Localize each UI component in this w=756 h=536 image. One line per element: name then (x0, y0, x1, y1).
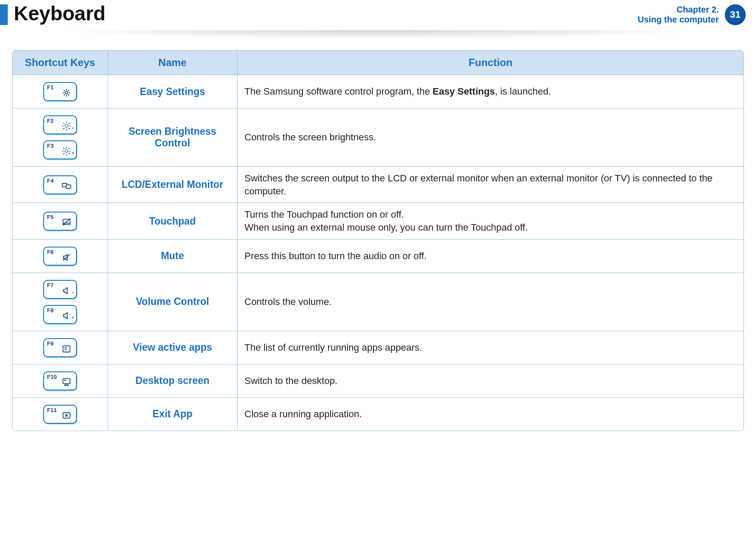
keycap: F10 (43, 371, 77, 390)
keycap: F3 + (43, 140, 77, 159)
table-row: F6 Mute Press this button to turn the au… (13, 239, 743, 273)
cell-shortcut: F7 – F8 + (13, 273, 108, 331)
cell-name: Mute (108, 239, 237, 273)
table-header-row: Shortcut Keys Name Function (13, 51, 743, 75)
keycap: F4 (43, 175, 77, 194)
close-app-icon (61, 411, 73, 421)
keycap: F1 (43, 82, 77, 101)
cell-shortcut: F10 (13, 364, 108, 397)
gear-icon (61, 88, 73, 98)
key-label: F5 (47, 214, 54, 220)
cell-name: Exit App (108, 397, 237, 431)
svg-text:+: + (72, 314, 73, 321)
cell-name: Easy Settings (108, 75, 237, 108)
touchpad-off-icon (61, 218, 73, 228)
svg-text:–: – (72, 289, 73, 296)
table-row: F2 – F3 + Screen Brightness Control Cont… (13, 108, 743, 167)
shortcut-table: Shortcut Keys Name Function F1 Easy Sett… (13, 51, 743, 431)
cell-name: Screen Brightness Control (108, 108, 237, 167)
key-label: F3 (47, 143, 54, 149)
keycap: F7 – (43, 280, 77, 299)
page-header: Keyboard Chapter 2. Using the computer 3… (0, 0, 756, 30)
svg-text:+: + (72, 149, 73, 156)
keycap-stack: F1 (17, 82, 103, 101)
cell-function: Switch to the desktop. (237, 364, 743, 397)
keycap: F8 + (43, 305, 77, 324)
chapter-line-1: Chapter 2. (638, 5, 719, 15)
display-switch-icon (61, 181, 73, 192)
keycap: F9 (43, 338, 77, 357)
mute-icon (61, 253, 73, 263)
volume-up-icon: + (61, 311, 73, 321)
chapter-label: Chapter 2. Using the computer (638, 5, 719, 25)
cell-shortcut: F11 (13, 397, 108, 431)
cell-function: Controls the screen brightness. (237, 108, 743, 167)
cell-shortcut: F2 – F3 + (13, 108, 108, 167)
cell-function: Press this button to turn the audio on o… (237, 239, 743, 273)
desktop-icon (61, 377, 73, 388)
key-label: F7 (47, 282, 54, 289)
keycap-stack: F10 (17, 371, 103, 390)
cell-function: The list of currently running apps appea… (237, 331, 743, 364)
keycap: F6 (43, 247, 77, 266)
table-row: F5 Touchpad Turns the Touchpad function … (13, 203, 743, 239)
section-tab (0, 4, 8, 25)
key-label: F9 (47, 340, 54, 347)
cell-function: Close a running application. (237, 397, 743, 431)
col-header-name: Name (108, 51, 237, 75)
col-header-function: Function (237, 51, 743, 75)
keycap-stack: F11 (17, 405, 103, 424)
header-shadow (4, 30, 752, 42)
keycap: F11 (43, 405, 77, 424)
volume-down-icon: – (61, 286, 73, 296)
table-row: F1 Easy Settings The Samsung software co… (13, 75, 743, 108)
table-row: F11 Exit App Close a running application… (13, 397, 743, 431)
table-row: F4 LCD/External Monitor Switches the scr… (13, 167, 743, 203)
page-number-badge: 31 (725, 4, 746, 25)
cell-function: The Samsung software control program, th… (237, 75, 743, 108)
key-label: F10 (47, 374, 57, 380)
header-right: Chapter 2. Using the computer 31 (638, 4, 746, 25)
brightness-up-icon: + (61, 146, 73, 157)
keycap-stack: F7 – F8 + (17, 280, 103, 324)
keycap: F5 (43, 212, 77, 231)
table-row: F9 View active apps The list of currentl… (13, 331, 743, 364)
cell-shortcut: F5 (13, 203, 108, 239)
key-label: F11 (47, 407, 57, 413)
cell-shortcut: F9 (13, 331, 108, 364)
keycap-stack: F6 (17, 247, 103, 266)
keycap-stack: F5 (17, 212, 103, 231)
cell-shortcut: F4 (13, 167, 108, 203)
cell-name: View active apps (108, 331, 237, 364)
cell-name: LCD/External Monitor (108, 167, 237, 203)
keycap-stack: F2 – F3 + (17, 115, 103, 159)
cell-name: Desktop screen (108, 364, 237, 397)
page-title: Keyboard (14, 3, 105, 23)
key-label: F4 (47, 178, 54, 184)
cell-function: Switches the screen output to the LCD or… (237, 167, 743, 203)
cell-name: Touchpad (108, 203, 237, 239)
cell-shortcut: F6 (13, 239, 108, 273)
brightness-down-icon: – (61, 121, 73, 132)
cell-shortcut: F1 (13, 75, 108, 108)
col-header-shortcut: Shortcut Keys (13, 51, 108, 75)
keycap: F2 – (43, 115, 77, 134)
keycap-stack: F9 (17, 338, 103, 357)
cell-function: Turns the Touchpad function on or off.Wh… (237, 203, 743, 239)
key-label: F6 (47, 249, 54, 255)
cell-function: Controls the volume. (237, 273, 743, 331)
key-label: F2 (47, 117, 54, 124)
key-label: F8 (47, 307, 54, 314)
cell-name: Volume Control (108, 273, 237, 331)
table-row: F7 – F8 + Volume Control Controls the vo… (13, 273, 743, 331)
shortcut-table-wrapper: Shortcut Keys Name Function F1 Easy Sett… (12, 50, 744, 431)
keycap-stack: F4 (17, 175, 103, 194)
chapter-line-2: Using the computer (638, 15, 719, 25)
key-label: F1 (47, 84, 54, 91)
table-row: F10 Desktop screen Switch to the desktop… (13, 364, 743, 397)
apps-list-icon (61, 344, 73, 355)
svg-text:–: – (72, 124, 73, 131)
